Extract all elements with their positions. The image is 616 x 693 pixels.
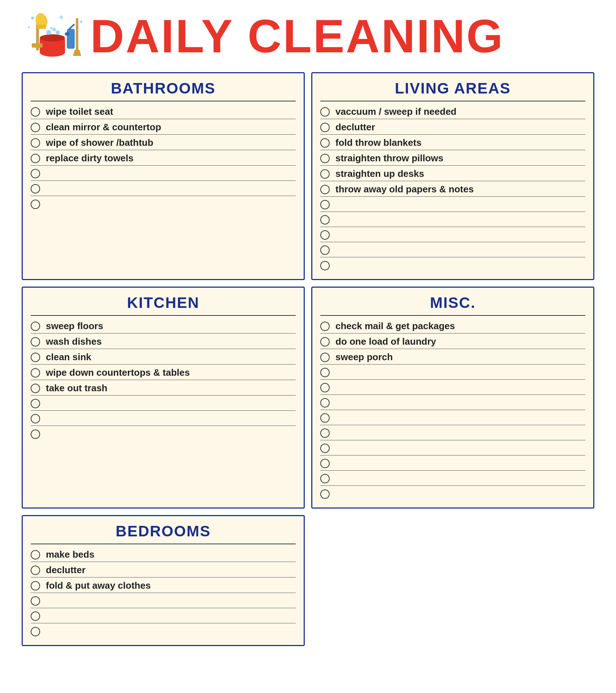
checkbox-circle[interactable] — [31, 322, 40, 331]
svg-point-6 — [50, 27, 53, 30]
checkbox-circle[interactable] — [320, 185, 330, 194]
checkbox-circle[interactable] — [31, 169, 40, 178]
checkbox-circle[interactable] — [31, 596, 40, 606]
checkbox-circle[interactable] — [31, 138, 40, 148]
checkbox-circle[interactable] — [31, 430, 40, 439]
checkbox-circle[interactable] — [320, 261, 330, 270]
item-label: fold throw blankets — [335, 137, 421, 148]
page-title: DAILY CLEANING — [90, 13, 504, 60]
checkbox-circle[interactable] — [320, 123, 330, 132]
checkbox-circle[interactable] — [320, 169, 330, 179]
list-item: wipe of shower /bathtub — [31, 135, 296, 150]
list-item-empty — [320, 471, 585, 486]
checkbox-circle[interactable] — [31, 627, 40, 636]
checkbox-circle[interactable] — [320, 353, 330, 362]
checkbox-circle[interactable] — [320, 215, 330, 225]
checkbox-circle[interactable] — [320, 322, 330, 331]
misc-section: MISC. check mail & get packages do one l… — [311, 287, 594, 509]
list-item: replace dirty towels — [31, 150, 296, 166]
checkbox-circle[interactable] — [31, 337, 40, 346]
checkbox-circle[interactable] — [320, 138, 330, 148]
svg-point-3 — [46, 30, 51, 35]
checkbox-circle[interactable] — [31, 414, 40, 423]
list-item-empty — [320, 440, 585, 456]
kitchen-list: sweep floors wash dishes clean sink wipe… — [31, 318, 296, 441]
checkbox-circle[interactable] — [320, 428, 330, 438]
item-label: clean mirror & countertop — [46, 122, 161, 133]
item-label: throw away old papers & notes — [335, 184, 474, 195]
item-label: check mail & get packages — [335, 321, 455, 332]
checkbox-circle[interactable] — [320, 230, 330, 240]
living-areas-list: vaccuum / sweep if needed declutter fold… — [320, 104, 585, 273]
checkbox-circle[interactable] — [31, 399, 40, 408]
list-item: do one load of laundry — [320, 334, 585, 349]
svg-point-18 — [60, 16, 63, 19]
list-item: clean mirror & countertop — [31, 119, 296, 135]
cleaning-icon — [25, 11, 83, 61]
checkbox-circle[interactable] — [320, 474, 330, 483]
checkbox-circle[interactable] — [31, 200, 40, 209]
checkbox-circle[interactable] — [31, 581, 40, 590]
checkbox-circle[interactable] — [320, 444, 330, 453]
item-label: sweep floors — [46, 321, 103, 332]
item-label: wipe toilet seat — [46, 106, 113, 117]
list-item: straighten throw pillows — [320, 150, 585, 166]
bedrooms-list: make beds declutter fold & put away clot… — [31, 546, 296, 638]
checkbox-circle[interactable] — [320, 459, 330, 468]
checkbox-circle[interactable] — [31, 184, 40, 193]
list-item: vaccuum / sweep if needed — [320, 104, 585, 119]
item-label: wipe of shower /bathtub — [46, 137, 153, 148]
bathrooms-title: BATHROOMS — [31, 80, 296, 97]
list-item: throw away old papers & notes — [320, 181, 585, 197]
checkbox-circle[interactable] — [31, 566, 40, 575]
list-item-empty — [320, 242, 585, 257]
list-item: sweep porch — [320, 349, 585, 365]
checkbox-circle[interactable] — [320, 200, 330, 209]
svg-rect-10 — [65, 32, 69, 35]
list-item: sweep floors — [31, 318, 296, 334]
list-item-empty — [31, 623, 296, 638]
list-item-empty — [31, 181, 296, 196]
item-label: make beds — [46, 549, 94, 560]
svg-point-4 — [52, 28, 56, 31]
item-label: sweep porch — [335, 352, 393, 363]
list-item: declutter — [320, 119, 585, 135]
checkbox-circle[interactable] — [31, 384, 40, 393]
checkbox-circle[interactable] — [31, 154, 40, 163]
checkbox-circle[interactable] — [320, 245, 330, 255]
list-item-empty — [320, 227, 585, 242]
checkbox-circle[interactable] — [320, 413, 330, 423]
list-item-empty — [31, 426, 296, 441]
list-item: declutter — [31, 562, 296, 578]
list-item: wipe down countertops & tables — [31, 365, 296, 380]
list-item: wash dishes — [31, 334, 296, 349]
svg-point-19 — [28, 26, 30, 28]
list-item: clean sink — [31, 349, 296, 365]
checkbox-circle[interactable] — [31, 107, 40, 117]
svg-rect-9 — [67, 29, 75, 49]
checkbox-circle[interactable] — [320, 368, 330, 377]
list-item-empty — [31, 196, 296, 211]
checkbox-circle[interactable] — [31, 353, 40, 362]
list-item-empty — [31, 396, 296, 411]
checkbox-circle[interactable] — [31, 611, 40, 621]
checkbox-circle[interactable] — [320, 107, 330, 117]
list-item-empty — [320, 257, 585, 273]
checkbox-circle[interactable] — [320, 489, 330, 499]
list-item: straighten up desks — [320, 166, 585, 181]
item-label: fold & put away clothes — [46, 580, 151, 591]
checkbox-circle[interactable] — [320, 337, 330, 346]
checkbox-circle[interactable] — [320, 398, 330, 407]
checkbox-circle[interactable] — [31, 123, 40, 132]
item-label: take out trash — [46, 383, 108, 394]
checkbox-circle[interactable] — [31, 550, 40, 559]
list-item: fold & put away clothes — [31, 578, 296, 593]
checkbox-circle[interactable] — [320, 383, 330, 392]
svg-point-2 — [40, 34, 65, 42]
checkbox-circle[interactable] — [320, 154, 330, 163]
item-label: do one load of laundry — [335, 336, 436, 347]
list-item-empty — [320, 365, 585, 380]
svg-marker-15 — [73, 50, 81, 56]
list-item-empty — [320, 197, 585, 212]
checkbox-circle[interactable] — [31, 368, 40, 378]
